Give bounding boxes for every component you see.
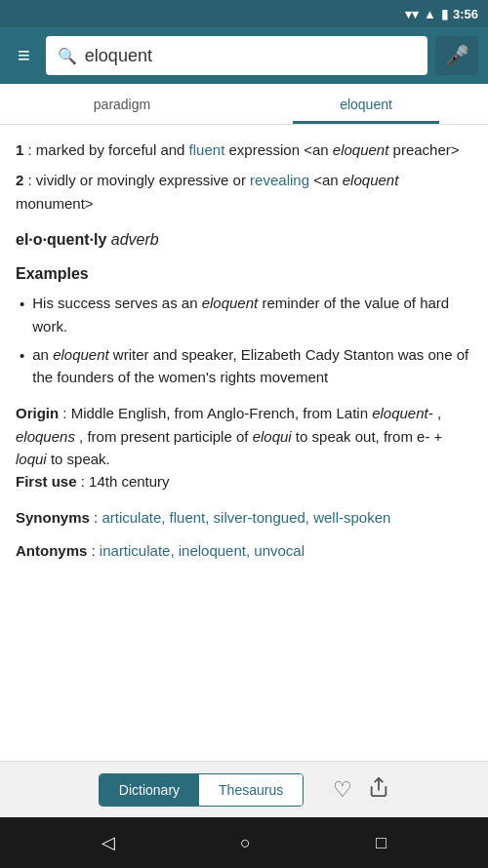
status-bar: ▾▾ ▲ ▮ 3:56	[0, 0, 488, 27]
def2-colon: :	[28, 172, 36, 188]
share-button[interactable]	[368, 776, 389, 804]
origin-italic3: eloqui	[253, 428, 292, 445]
def1-italic: eloquent	[333, 141, 389, 158]
dictionary-tab-button[interactable]: Dictionary	[100, 774, 199, 806]
firstuse-label: First use	[16, 473, 77, 490]
dict-thesaurus-toggle: Dictionary Thesaurus	[99, 773, 304, 807]
example-1-italic: eloquent	[202, 295, 259, 311]
origin-comma: ,	[437, 405, 441, 421]
antonyms-label: Antonyms	[16, 542, 87, 559]
tab-eloquent[interactable]: eloquent	[244, 84, 488, 124]
origin-section: Origin : Middle English, from Anglo-Fren…	[16, 402, 472, 493]
wifi-icon: ▲	[424, 7, 436, 21]
def1-number: 1	[16, 141, 23, 158]
mic-icon: 🎤	[445, 44, 469, 67]
origin-text2: , from present participle of	[79, 428, 253, 445]
def2-end: monument>	[16, 195, 94, 212]
bullet-2: •	[20, 344, 24, 389]
search-icon: 🔍	[58, 47, 77, 65]
definition-2: 2 : vividly or movingly expressive or re…	[16, 169, 472, 215]
def1-text: marked by forceful and	[36, 141, 189, 158]
battery-icon: ▮	[441, 7, 448, 21]
menu-icon[interactable]: ≡	[10, 41, 38, 70]
synonyms-label: Synonyms	[16, 509, 90, 526]
definition-1: 1 : marked by forceful and fluent expres…	[16, 138, 472, 161]
antonyms-links[interactable]: inarticulate, ineloquent, unvocal	[100, 542, 305, 559]
origin-text3: to speak out, from	[296, 428, 417, 445]
def1-colon: :	[28, 141, 36, 158]
tab-paradigm[interactable]: paradigm	[0, 84, 244, 124]
origin-label: Origin	[16, 405, 59, 421]
time-display: 3:56	[453, 7, 478, 21]
word-form-pos: adverb	[111, 231, 159, 248]
antonyms-colon: :	[92, 542, 100, 559]
def1-link-fluent[interactable]: fluent	[189, 141, 225, 158]
thesaurus-tab-button[interactable]: Thesaurus	[199, 774, 303, 806]
origin-text5: to speak.	[51, 451, 110, 467]
def2-text: vividly or movingly expressive or	[36, 172, 250, 188]
def2-italic: eloquent	[343, 172, 399, 188]
status-icons: ▾▾ ▲ ▮ 3:56	[405, 7, 478, 21]
examples-title: Examples	[16, 262, 472, 287]
origin-italic4: loqui	[16, 451, 47, 467]
word-form-headword: el·o·quent·ly	[16, 231, 106, 248]
origin-text1: : Middle English, from Anglo-French, fro…	[62, 405, 372, 421]
recents-button[interactable]: □	[356, 825, 406, 861]
example-2-text: an eloquent writer and speaker, Elizabet…	[32, 343, 472, 389]
bottom-tab-bar: Dictionary Thesaurus ♡	[0, 761, 488, 817]
bullet-1: •	[20, 293, 24, 337]
bottom-icons: ♡	[333, 776, 389, 804]
antonyms-section: Antonyms : inarticulate, ineloquent, unv…	[16, 539, 472, 562]
origin-italic2: eloquens	[16, 428, 75, 445]
main-content: 1 : marked by forceful and fluent expres…	[0, 125, 488, 761]
mic-button[interactable]: 🎤	[435, 36, 478, 75]
search-bar[interactable]: 🔍	[46, 36, 427, 75]
word-form-section: el·o·quent·ly adverb	[16, 228, 472, 253]
synonyms-section: Synonyms : articulate, fluent, silver-to…	[16, 506, 472, 529]
signal-icon: ▾▾	[405, 7, 419, 21]
example-item-2: • an eloquent writer and speaker, Elizab…	[16, 343, 472, 389]
search-input[interactable]	[85, 46, 416, 66]
example-2-italic: eloquent	[53, 346, 109, 363]
origin-text4: e- +	[417, 428, 442, 445]
def2-rest: <an	[313, 172, 343, 188]
example-item-1: • His success serves as an eloquent remi…	[16, 292, 472, 337]
example-1-text: His success serves as an eloquent remind…	[32, 292, 472, 337]
home-button[interactable]: ○	[221, 825, 270, 861]
favorite-button[interactable]: ♡	[333, 776, 352, 804]
synonyms-links[interactable]: articulate, fluent, silver-tongued, well…	[102, 509, 390, 526]
def1-rest: expression <an	[228, 141, 332, 158]
back-button[interactable]: ◁	[82, 824, 135, 861]
share-icon	[368, 776, 389, 798]
examples-section: Examples • His success serves as an eloq…	[16, 262, 472, 389]
nav-bar: ◁ ○ □	[0, 817, 488, 868]
firstuse-text: : 14th century	[81, 473, 170, 490]
def2-number: 2	[16, 172, 23, 188]
word-tab-bar: paradigm eloquent	[0, 84, 488, 125]
origin-italic1: eloquent-	[372, 405, 433, 421]
top-bar: ≡ 🔍 🎤	[0, 27, 488, 84]
def1-end: preacher>	[393, 141, 460, 158]
def2-link-revealing[interactable]: revealing	[250, 172, 309, 188]
